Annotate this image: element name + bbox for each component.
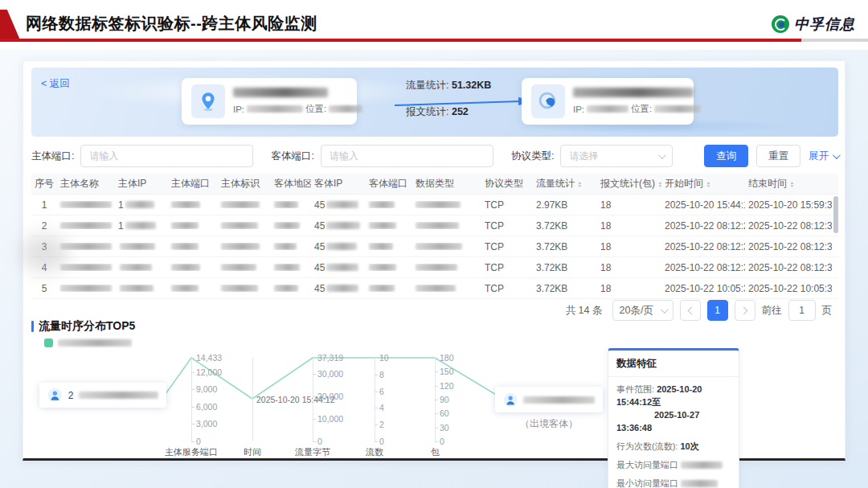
sort-icon[interactable]: ▲▼	[706, 181, 710, 187]
cell-redacted	[57, 222, 115, 229]
current-page-button[interactable]: 1	[707, 300, 728, 321]
col-header: 协议类型	[481, 177, 533, 191]
chart-legend[interactable]	[44, 338, 132, 347]
brand-logo-icon	[772, 15, 789, 33]
col-header-label: 结束时间	[748, 177, 787, 191]
cell-redacted	[412, 201, 481, 208]
col-header-sortable[interactable]: 开始时间▲▼	[661, 177, 745, 191]
cell-traffic: 3.72KB	[533, 241, 597, 252]
sort-icon[interactable]: ▲▼	[790, 181, 794, 187]
prev-page-button[interactable]	[680, 300, 701, 321]
back-link[interactable]: < 返回	[41, 77, 70, 91]
title-accent-bar	[31, 321, 34, 332]
cell-redacted	[271, 285, 311, 292]
cell-protocol: TCP	[481, 199, 533, 211]
next-page-button[interactable]	[735, 300, 755, 321]
destination-node-card[interactable]	[495, 387, 603, 412]
col-header-sortable[interactable]: 报文统计(包)▲▼	[597, 177, 661, 191]
filter-actions: 查询 重置 展开	[704, 145, 838, 167]
event-range-label: 事件范围:	[616, 384, 654, 394]
outbound-object-note: （出境客体）	[495, 417, 603, 431]
col-header: 主体IP	[115, 177, 168, 191]
expand-toggle[interactable]: 展开	[809, 150, 838, 163]
filter-bar: 主体端口: 客体端口: 协议类型: 请选择 查询 重置 展开	[31, 145, 838, 167]
axis-tick: 37,319	[317, 353, 343, 363]
expand-label: 展开	[809, 150, 829, 163]
chevron-down-icon	[660, 306, 668, 314]
cell-start-time: 2025-10-22 08:12:30	[661, 241, 745, 252]
cell-redacted	[168, 201, 218, 208]
reset-button[interactable]: 重置	[756, 145, 800, 167]
col-header-label: 开始时间	[665, 177, 703, 191]
table-row[interactable]: 2 1 45 TCP 3.72KB 18 2025-10-22 08:12:29…	[31, 215, 838, 236]
source-entity-card[interactable]: IP: 位置:	[182, 78, 357, 125]
axis-label: 主体服务端口	[165, 446, 218, 458]
location-value-redacted	[654, 105, 701, 113]
subject-port-input[interactable]	[80, 145, 253, 167]
axis-line	[252, 358, 253, 441]
cell-end-time: 2025-10-22 10:05:32	[745, 283, 832, 294]
min-port-value-redacted	[681, 480, 718, 487]
sort-icon[interactable]: ▲▼	[658, 181, 661, 187]
table-row[interactable]: 1 1 45 TCP 2.97KB 18 2025-10-20 15:44:12…	[31, 195, 838, 215]
destination-node-name-redacted	[523, 396, 595, 404]
max-port-row: 最大访问量端口	[616, 459, 731, 472]
cell-redacted	[271, 243, 311, 250]
sort-icon[interactable]: ▲▼	[578, 181, 582, 187]
axis-tick: 30,000	[317, 369, 343, 379]
cell-object-ip: 45	[311, 220, 366, 232]
data-characteristics-panel: 数据特征 事件范围: 2025-10-20 15:44:12至 2025-10-…	[608, 348, 739, 488]
cell-start-time: 2025-10-22 08:12:29	[661, 220, 745, 232]
ip-value-redacted	[587, 105, 628, 113]
chevron-right-icon	[739, 306, 747, 314]
app-header: 网络数据标签标识验标--跨主体风险监测 中孚信息	[0, 0, 868, 50]
behavior-count-label: 行为次数(流数):	[616, 441, 678, 451]
cell-subject-ip	[115, 243, 168, 250]
axis-tick: 6,000	[196, 402, 217, 412]
cell-redacted	[218, 201, 271, 208]
table-scrollbar[interactable]	[833, 196, 838, 233]
table-row[interactable]: 3 45 TCP 3.72KB 18 2025-10-22 08:12:30 2…	[31, 236, 838, 257]
content-card: < 返回 IP: 位置: 流量统计:	[23, 60, 845, 461]
cell-end-time: 2025-10-22 08:12:36	[745, 262, 832, 273]
cell-index: 5	[31, 283, 57, 294]
cell-start-time: 2025-10-20 15:44:12	[661, 199, 745, 211]
behavior-count-row: 行为次数(流数): 10次	[616, 441, 731, 453]
axis-label: 流量字节	[295, 446, 330, 458]
table-row[interactable]: 4 45 TCP 3.72KB 18 2025-10-22 08:12:35 2…	[31, 257, 838, 278]
cell-traffic: 3.72KB	[533, 262, 597, 273]
traffic-stat-value: 51.32KB	[452, 80, 491, 91]
panel-body: 事件范围: 2025-10-20 15:44:12至 2025-10-27 13…	[608, 377, 739, 488]
axis-tick: 8	[379, 370, 384, 379]
goto-page-input[interactable]	[788, 300, 816, 321]
cell-redacted	[218, 264, 271, 271]
object-port-input[interactable]	[321, 145, 493, 167]
summary-banner: < 返回 IP: 位置: 流量统计:	[31, 68, 838, 137]
source-node-card[interactable]: 2	[39, 383, 166, 408]
query-button[interactable]: 查询	[704, 145, 748, 167]
traffic-stat-label: 流量统计:	[406, 80, 448, 91]
col-header-sortable[interactable]: 结束时间▲▼	[745, 177, 832, 191]
axis-tick: 6	[379, 387, 384, 396]
source-node-prefix: 2	[68, 390, 74, 401]
cell-redacted	[412, 243, 481, 250]
pagination: 共 14 条 20条/页 1 前往 页	[566, 300, 832, 321]
location-value-redacted	[329, 105, 362, 113]
axis-tick: 20,000	[317, 392, 343, 401]
axis-tick: 30	[440, 423, 449, 433]
page-size-select[interactable]: 20条/页	[612, 300, 674, 321]
destination-entity-card[interactable]: IP: 位置:	[522, 78, 694, 125]
axis-label: 时间	[244, 446, 261, 458]
cell-index: 1	[31, 199, 57, 211]
cell-redacted	[271, 201, 311, 208]
axis-tick: 12,000	[196, 367, 222, 377]
flow-table: 序号 主体名称 主体IP 主体端口 主体标识 客体地区 客体IP 客体端口 数据…	[31, 174, 838, 299]
location-label: 位置:	[631, 103, 652, 115]
axis-tick: 9,000	[196, 384, 217, 394]
cell-subject-ip	[115, 285, 168, 292]
protocol-type-select[interactable]: 请选择	[560, 145, 673, 167]
axis-line	[375, 358, 375, 441]
table-row[interactable]: 5 45 TCP 3.72KB 18 2025-10-22 10:05:32 2…	[31, 278, 838, 299]
location-label: 位置:	[305, 103, 326, 115]
col-header-sortable[interactable]: 流量统计▲▼	[533, 177, 597, 191]
